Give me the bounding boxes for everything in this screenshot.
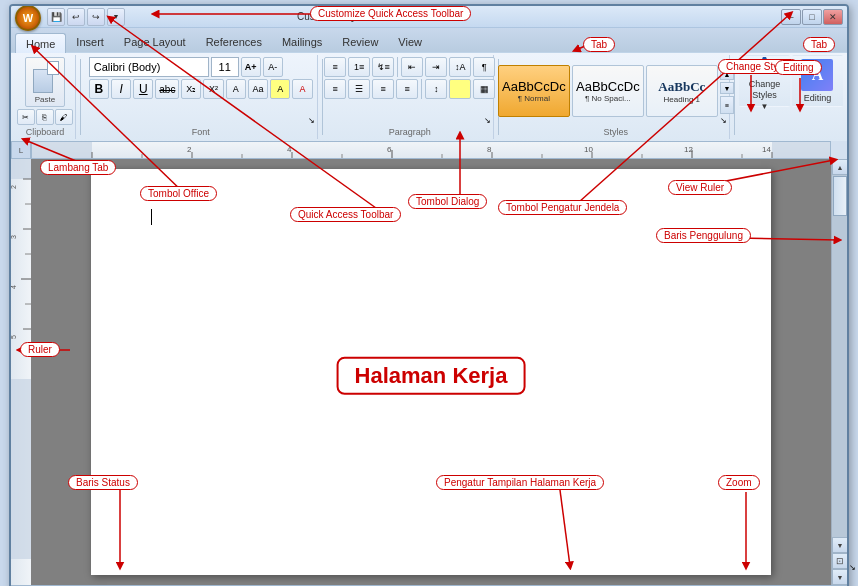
align-center-button[interactable]: ☰ [348, 79, 370, 99]
style-heading1-preview: AaBbCc [658, 79, 705, 95]
scroll-thumb[interactable] [833, 176, 847, 216]
svg-rect-26 [11, 159, 31, 179]
font-size-box[interactable]: 11 [211, 57, 239, 77]
font-row-1: Calibri (Body) 11 A+ A- [89, 57, 313, 77]
app-window: W 💾 ↩ ↪ ▼ Customize Quick Access Toolbar… [9, 4, 849, 586]
tab-page-layout[interactable]: Page Layout [114, 32, 196, 52]
change-styles-button[interactable]: A Change Styles ▼ [739, 55, 790, 107]
svg-text:4: 4 [287, 145, 292, 154]
align-left-button[interactable]: ≡ [324, 79, 346, 99]
divider-2 [322, 59, 323, 135]
style-normal-preview: AaBbCcDc [502, 79, 566, 94]
style-normal-item[interactable]: AaBbCcDc ¶ Normal [498, 65, 570, 117]
minimize-button[interactable]: – [781, 9, 801, 25]
linespacing-button[interactable]: ↕ [425, 79, 447, 99]
font-size-shrink-button[interactable]: A- [263, 57, 283, 77]
editing-button[interactable]: A Editing [792, 55, 843, 107]
qat-dropdown-button[interactable]: ▼ [107, 8, 125, 26]
italic-button[interactable]: I [111, 79, 131, 99]
paste-label: Paste [35, 95, 55, 104]
tab-references[interactable]: References [196, 32, 272, 52]
paste-button[interactable]: Paste [25, 57, 65, 107]
style-nospacing-label: ¶ No Spaci... [585, 94, 631, 103]
scroll-track[interactable] [832, 175, 847, 537]
document-page[interactable]: Halaman Kerja [91, 169, 771, 575]
ruler-h-container: L [11, 141, 847, 159]
style-normal-label: ¶ Normal [518, 94, 550, 103]
scroll-next-page-button[interactable]: ▼ [832, 569, 848, 585]
texteffect-button[interactable]: Aa [248, 79, 268, 99]
tab-review[interactable]: Review [332, 32, 388, 52]
style-heading1-item[interactable]: AaBbCc Heading 1 [646, 65, 718, 117]
shading-button[interactable] [449, 79, 471, 99]
subscript-button[interactable]: X₂ [181, 79, 201, 99]
font-name-box[interactable]: Calibri (Body) [89, 57, 209, 77]
svg-text:3: 3 [11, 235, 17, 239]
text-cursor [151, 209, 152, 225]
scroll-bottom-button[interactable]: ⊡ [832, 553, 848, 569]
styles-scroll-up[interactable]: ▲ [720, 68, 734, 80]
document-area[interactable]: Halaman Kerja [31, 159, 831, 585]
style-nospacing-preview: AaBbCcDc [576, 79, 640, 94]
styles-group: AaBbCcDc ¶ Normal AaBbCcDc ¶ No Spaci...… [503, 55, 730, 139]
style-nospacing-item[interactable]: AaBbCcDc ¶ No Spaci... [572, 65, 644, 117]
decrease-indent-button[interactable]: ⇤ [401, 57, 423, 77]
qat-redo-button[interactable]: ↪ [87, 8, 105, 26]
font-group: Calibri (Body) 11 A+ A- B I U abc X₂ X² … [85, 55, 318, 139]
fontcolor-button[interactable]: A [292, 79, 312, 99]
cut-button[interactable]: ✂ [17, 109, 35, 125]
paragraph-group: ≡ 1≡ ↯≡ ⇤ ⇥ ↕A ¶ ≡ ☰ ≡ [327, 55, 494, 139]
vertical-scrollbar[interactable]: ▲ ▼ ⊡ ▼ [831, 159, 847, 585]
superscript-button[interactable]: X² [203, 79, 223, 99]
underline-button[interactable]: U [133, 79, 153, 99]
vertical-ruler: 2 3 4 5 [11, 159, 31, 585]
strikethrough-button[interactable]: abc [155, 79, 179, 99]
clearformat-button[interactable]: A [226, 79, 246, 99]
styles-scroll-more[interactable]: ≡ [720, 96, 734, 114]
qat-undo-button[interactable]: ↩ [67, 8, 85, 26]
svg-text:5: 5 [11, 335, 17, 339]
qat-save-button[interactable]: 💾 [47, 8, 65, 26]
tab-insert[interactable]: Insert [66, 32, 114, 52]
justify-button[interactable]: ≡ [396, 79, 418, 99]
svg-rect-27 [11, 379, 31, 559]
increase-indent-button[interactable]: ⇥ [425, 57, 447, 77]
title-bar: W 💾 ↩ ↪ ▼ Customize Quick Access Toolbar… [11, 6, 847, 28]
para-row-2: ≡ ☰ ≡ ≡ ↕ ▦ [324, 79, 495, 99]
font-size-grow-button[interactable]: A+ [241, 57, 261, 77]
align-right-button[interactable]: ≡ [372, 79, 394, 99]
restore-button[interactable]: □ [802, 9, 822, 25]
svg-text:12: 12 [684, 145, 693, 154]
close-button[interactable]: ✕ [823, 9, 843, 25]
paste-icon [31, 61, 59, 93]
halaman-kerja-label: Halaman Kerja [337, 357, 526, 395]
clipboard-group-label: Clipboard [26, 125, 65, 137]
format-painter-button[interactable]: 🖌 [55, 109, 73, 125]
sort-button[interactable]: ↕A [449, 57, 471, 77]
copy-button[interactable]: ⎘ [36, 109, 54, 125]
office-button[interactable]: W [15, 5, 41, 31]
tab-mailings[interactable]: Mailings [272, 32, 332, 52]
border-button[interactable]: ▦ [473, 79, 495, 99]
style-heading1-label: Heading 1 [664, 95, 700, 104]
svg-text:10: 10 [584, 145, 593, 154]
svg-rect-2 [772, 142, 830, 159]
bullets-button[interactable]: ≡ [324, 57, 346, 77]
font-dialog-launcher[interactable]: ↘ [308, 116, 315, 125]
para-dialog-launcher[interactable]: ↘ [484, 116, 491, 125]
change-styles-arrow: ▼ [760, 102, 768, 111]
scroll-up-button[interactable]: ▲ [832, 159, 848, 175]
view-ruler-button[interactable]: L [11, 141, 31, 159]
highlight-button[interactable]: A [270, 79, 290, 99]
numbering-button[interactable]: 1≡ [348, 57, 370, 77]
tab-view[interactable]: View [388, 32, 432, 52]
screenshot-wrapper: W 💾 ↩ ↪ ▼ Customize Quick Access Toolbar… [0, 0, 858, 586]
tab-home[interactable]: Home [15, 33, 66, 53]
scroll-down-button[interactable]: ▼ [832, 537, 848, 553]
styles-scroll-down[interactable]: ▼ [720, 82, 734, 94]
bold-button[interactable]: B [89, 79, 109, 99]
show-marks-button[interactable]: ¶ [473, 57, 495, 77]
multilevel-button[interactable]: ↯≡ [372, 57, 394, 77]
styles-scroll-control[interactable]: ▲ ▼ ≡ [720, 68, 734, 114]
styles-dialog-launcher[interactable]: ↘ [720, 116, 727, 125]
